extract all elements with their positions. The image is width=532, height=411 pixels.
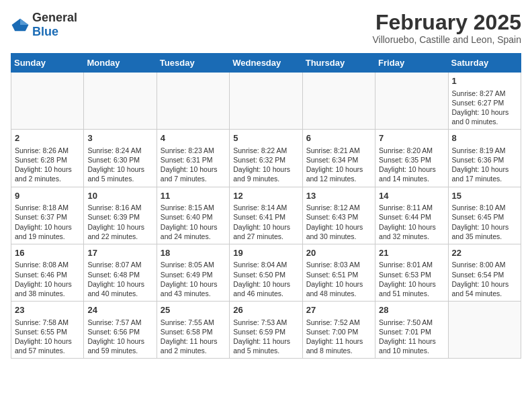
day-cell: 18Sunrise: 8:05 AM Sunset: 6:49 PM Dayli…	[157, 244, 229, 301]
day-info: Sunrise: 8:26 AM Sunset: 6:28 PM Dayligh…	[15, 146, 80, 184]
day-cell: 12Sunrise: 8:14 AM Sunset: 6:41 PM Dayli…	[230, 187, 302, 244]
logo: General Blue	[11, 11, 77, 39]
week-row-4: 23Sunrise: 7:58 AM Sunset: 6:55 PM Dayli…	[11, 302, 521, 359]
day-number: 15	[452, 190, 517, 202]
header-day-saturday: Saturday	[448, 54, 521, 73]
day-number: 6	[306, 132, 371, 144]
day-number: 23	[15, 304, 80, 316]
header-day-friday: Friday	[375, 54, 448, 73]
day-number: 11	[161, 190, 226, 202]
week-row-2: 9Sunrise: 8:18 AM Sunset: 6:37 PM Daylig…	[11, 187, 521, 244]
header-row: SundayMondayTuesdayWednesdayThursdayFrid…	[11, 54, 521, 73]
day-cell	[375, 73, 448, 130]
day-number: 28	[379, 304, 444, 316]
calendar-subtitle: Villoruebo, Castille and Leon, Spain	[372, 34, 521, 45]
day-info: Sunrise: 7:58 AM Sunset: 6:55 PM Dayligh…	[15, 318, 80, 356]
day-number: 21	[379, 247, 444, 259]
day-info: Sunrise: 7:53 AM Sunset: 6:59 PM Dayligh…	[233, 318, 298, 356]
day-cell	[157, 73, 229, 130]
day-number: 8	[452, 132, 517, 144]
day-cell: 6Sunrise: 8:21 AM Sunset: 6:34 PM Daylig…	[302, 130, 375, 187]
day-number: 26	[233, 304, 298, 316]
day-cell: 26Sunrise: 7:53 AM Sunset: 6:59 PM Dayli…	[230, 302, 302, 359]
day-info: Sunrise: 8:21 AM Sunset: 6:34 PM Dayligh…	[306, 146, 371, 184]
day-number: 9	[15, 190, 80, 202]
day-number: 2	[15, 132, 80, 144]
day-info: Sunrise: 8:15 AM Sunset: 6:40 PM Dayligh…	[161, 203, 226, 241]
day-info: Sunrise: 8:14 AM Sunset: 6:41 PM Dayligh…	[233, 203, 298, 241]
day-number: 7	[379, 132, 444, 144]
day-number: 24	[87, 304, 152, 316]
day-cell: 17Sunrise: 8:07 AM Sunset: 6:48 PM Dayli…	[84, 244, 157, 301]
day-info: Sunrise: 7:57 AM Sunset: 6:56 PM Dayligh…	[87, 318, 152, 356]
day-cell: 22Sunrise: 8:00 AM Sunset: 6:54 PM Dayli…	[448, 244, 521, 301]
day-number: 10	[87, 190, 152, 202]
header-day-wednesday: Wednesday	[230, 54, 302, 73]
day-info: Sunrise: 8:05 AM Sunset: 6:49 PM Dayligh…	[161, 260, 226, 298]
day-cell	[302, 73, 375, 130]
day-number: 18	[161, 247, 226, 259]
day-info: Sunrise: 8:03 AM Sunset: 6:51 PM Dayligh…	[306, 260, 371, 298]
day-info: Sunrise: 8:22 AM Sunset: 6:32 PM Dayligh…	[233, 146, 298, 184]
day-cell: 4Sunrise: 8:23 AM Sunset: 6:31 PM Daylig…	[157, 130, 229, 187]
day-info: Sunrise: 8:00 AM Sunset: 6:54 PM Dayligh…	[452, 260, 517, 298]
day-info: Sunrise: 8:11 AM Sunset: 6:44 PM Dayligh…	[379, 203, 444, 241]
svg-marker-1	[20, 19, 28, 25]
header-day-monday: Monday	[84, 54, 157, 73]
day-cell: 5Sunrise: 8:22 AM Sunset: 6:32 PM Daylig…	[230, 130, 302, 187]
logo-icon	[11, 17, 30, 32]
calendar-header: SundayMondayTuesdayWednesdayThursdayFrid…	[11, 54, 521, 73]
day-cell: 1Sunrise: 8:27 AM Sunset: 6:27 PM Daylig…	[448, 73, 521, 130]
header-day-sunday: Sunday	[11, 54, 84, 73]
day-number: 12	[233, 190, 298, 202]
day-cell	[11, 73, 84, 130]
day-cell	[448, 302, 521, 359]
header-day-tuesday: Tuesday	[157, 54, 229, 73]
day-cell: 25Sunrise: 7:55 AM Sunset: 6:58 PM Dayli…	[157, 302, 229, 359]
calendar-table: SundayMondayTuesdayWednesdayThursdayFrid…	[11, 53, 521, 359]
day-info: Sunrise: 8:18 AM Sunset: 6:37 PM Dayligh…	[15, 203, 80, 241]
day-cell: 13Sunrise: 8:12 AM Sunset: 6:43 PM Dayli…	[302, 187, 375, 244]
day-cell: 16Sunrise: 8:08 AM Sunset: 6:46 PM Dayli…	[11, 244, 84, 301]
day-cell: 7Sunrise: 8:20 AM Sunset: 6:35 PM Daylig…	[375, 130, 448, 187]
day-cell: 24Sunrise: 7:57 AM Sunset: 6:56 PM Dayli…	[84, 302, 157, 359]
header-day-thursday: Thursday	[302, 54, 375, 73]
day-info: Sunrise: 8:01 AM Sunset: 6:53 PM Dayligh…	[379, 260, 444, 298]
day-cell: 23Sunrise: 7:58 AM Sunset: 6:55 PM Dayli…	[11, 302, 84, 359]
day-cell: 15Sunrise: 8:10 AM Sunset: 6:45 PM Dayli…	[448, 187, 521, 244]
day-info: Sunrise: 8:24 AM Sunset: 6:30 PM Dayligh…	[87, 146, 152, 184]
logo-general-text: General	[32, 11, 77, 24]
day-number: 27	[306, 304, 371, 316]
day-info: Sunrise: 8:16 AM Sunset: 6:39 PM Dayligh…	[87, 203, 152, 241]
day-info: Sunrise: 8:27 AM Sunset: 6:27 PM Dayligh…	[452, 89, 517, 127]
week-row-3: 16Sunrise: 8:08 AM Sunset: 6:46 PM Dayli…	[11, 244, 521, 301]
day-cell: 20Sunrise: 8:03 AM Sunset: 6:51 PM Dayli…	[302, 244, 375, 301]
day-info: Sunrise: 8:19 AM Sunset: 6:36 PM Dayligh…	[452, 146, 517, 184]
day-cell: 9Sunrise: 8:18 AM Sunset: 6:37 PM Daylig…	[11, 187, 84, 244]
day-number: 13	[306, 190, 371, 202]
day-number: 4	[161, 132, 226, 144]
title-area: February 2025 Villoruebo, Castille and L…	[372, 11, 521, 45]
day-cell: 28Sunrise: 7:50 AM Sunset: 7:01 PM Dayli…	[375, 302, 448, 359]
calendar-body: 1Sunrise: 8:27 AM Sunset: 6:27 PM Daylig…	[11, 73, 521, 359]
day-cell: 21Sunrise: 8:01 AM Sunset: 6:53 PM Dayli…	[375, 244, 448, 301]
day-number: 16	[15, 247, 80, 259]
day-cell: 10Sunrise: 8:16 AM Sunset: 6:39 PM Dayli…	[84, 187, 157, 244]
day-number: 3	[87, 132, 152, 144]
day-number: 14	[379, 190, 444, 202]
day-number: 5	[233, 132, 298, 144]
day-info: Sunrise: 7:55 AM Sunset: 6:58 PM Dayligh…	[161, 318, 226, 356]
day-cell	[230, 73, 302, 130]
day-info: Sunrise: 8:07 AM Sunset: 6:48 PM Dayligh…	[87, 260, 152, 298]
week-row-0: 1Sunrise: 8:27 AM Sunset: 6:27 PM Daylig…	[11, 73, 521, 130]
day-number: 22	[452, 247, 517, 259]
day-number: 19	[233, 247, 298, 259]
day-info: Sunrise: 7:52 AM Sunset: 7:00 PM Dayligh…	[306, 318, 371, 356]
day-info: Sunrise: 8:10 AM Sunset: 6:45 PM Dayligh…	[452, 203, 517, 241]
day-cell: 19Sunrise: 8:04 AM Sunset: 6:50 PM Dayli…	[230, 244, 302, 301]
day-info: Sunrise: 8:20 AM Sunset: 6:35 PM Dayligh…	[379, 146, 444, 184]
day-cell: 8Sunrise: 8:19 AM Sunset: 6:36 PM Daylig…	[448, 130, 521, 187]
calendar-title: February 2025	[372, 11, 521, 34]
day-number: 1	[452, 75, 517, 87]
day-info: Sunrise: 8:12 AM Sunset: 6:43 PM Dayligh…	[306, 203, 371, 241]
